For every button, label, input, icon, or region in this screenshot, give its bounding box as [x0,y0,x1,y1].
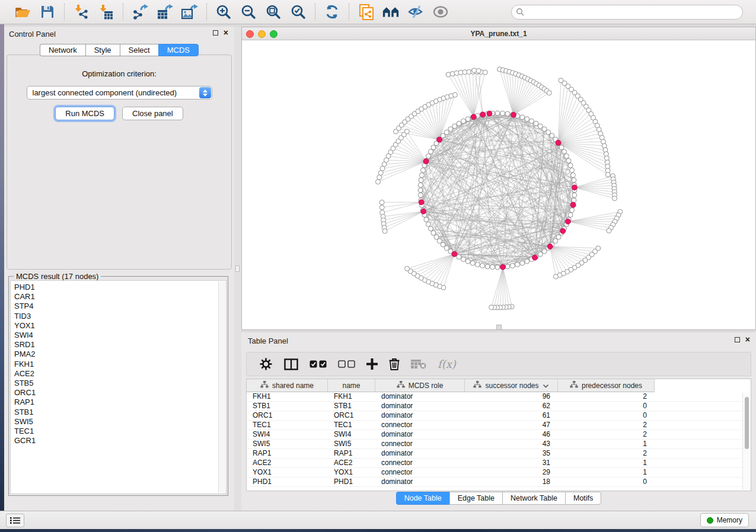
select-all-icon[interactable] [310,360,327,368]
window-maximize-icon[interactable] [270,30,277,38]
column-header-MCDS-role[interactable]: MCDS role [375,379,465,392]
import-table-icon[interactable] [98,4,114,20]
search-icon [516,8,525,17]
sort-chevron-icon[interactable] [543,382,549,390]
table-row[interactable]: ACE2ACE2connector311 [247,459,751,468]
tab-network-table[interactable]: Network Table [502,492,565,505]
column-header-predecessor-nodes[interactable]: predecessor nodes [558,379,655,392]
mcds-result-item[interactable]: ACE2 [14,369,226,379]
close-panel-button[interactable]: Close panel [122,107,183,120]
float-panel-icon[interactable] [213,30,218,36]
cell-shared_name: YOX1 [247,468,328,477]
table-row[interactable]: SWI4SWI4dominator462 [247,430,751,440]
tab-network[interactable]: Network [40,44,85,56]
mcds-result-item[interactable]: TEC1 [14,427,226,436]
cell-predecessors: 1 [558,440,655,448]
cell-role: dominator [375,402,465,411]
mcds-result-item[interactable]: SWI4 [14,331,226,340]
cell-name: RAP1 [328,449,375,458]
control-panel: Control Panel × NetworkStyleSelectMCDS O… [4,27,234,511]
window-minimize-icon[interactable] [258,30,266,38]
memory-button[interactable]: Memory [700,513,749,527]
tab-mcds[interactable]: MCDS [158,44,199,56]
hide-selected-icon[interactable] [407,4,424,20]
cell-successors: 46 [465,430,558,439]
mcds-result-item[interactable]: YOX1 [14,321,226,331]
first-neighbors-icon[interactable] [382,4,399,20]
panel-splitter[interactable] [234,27,241,511]
desktop-wallpaper-bottom [0,529,756,532]
zoom-fit-icon[interactable] [265,4,282,20]
refresh-layout-icon[interactable] [324,4,340,20]
optimization-criterion-select[interactable]: largest connected component (undirected) [27,86,212,100]
mcds-result-item[interactable]: CAR1 [14,292,226,302]
mcds-result-item[interactable]: STB5 [14,379,226,388]
table-row[interactable]: TEC1TEC1connector472 [247,421,751,430]
close-table-panel-icon[interactable]: × [745,336,750,343]
cell-name: TEC1 [328,421,375,430]
zoom-out-icon[interactable] [240,4,257,20]
delete-column-icon[interactable] [389,358,400,370]
table-row[interactable]: FKH1FKH1dominator962 [247,392,751,402]
open-file-icon[interactable] [14,4,31,20]
mcds-result-item[interactable]: STP4 [14,302,226,311]
window-close-icon[interactable] [246,30,254,38]
table-row[interactable]: SWI5SWI5connector431 [247,440,751,449]
search-input[interactable] [511,5,743,20]
zoom-in-icon[interactable] [215,4,232,20]
close-panel-icon[interactable]: × [224,30,228,36]
table-row[interactable]: YOX1YOX1connector291 [247,468,751,477]
network-view-canvas[interactable] [242,40,755,329]
mcds-result-group: MCDS result (17 nodes) PHD1CAR1STP4TID3Y… [8,276,228,496]
tab-style[interactable]: Style [85,44,120,56]
zoom-selected-icon[interactable] [290,4,307,20]
save-session-icon[interactable] [39,4,56,20]
tab-motifs[interactable]: Motifs [565,492,601,505]
function-builder-icon[interactable]: f(x) [438,358,456,370]
column-header-successor-nodes[interactable]: successor nodes [465,379,558,392]
table-row[interactable]: RAP1RAP1dominator352 [247,449,751,459]
export-image-icon[interactable] [181,4,198,20]
deselect-all-icon[interactable] [338,360,355,368]
tab-node-table[interactable]: Node Table [396,492,449,505]
table-row[interactable]: STB1STB1dominator620 [247,402,751,411]
cell-shared_name: STB1 [247,402,328,411]
mcds-result-item[interactable]: TID3 [14,312,226,321]
cell-successors: 96 [465,392,558,401]
run-mcds-button[interactable]: Run MCDS [55,107,114,120]
add-column-icon[interactable] [366,358,378,370]
table-panel-tabs: Node TableEdge TableNetwork TableMotifs [241,492,756,505]
mcds-result-item[interactable]: GCR1 [14,436,226,446]
mcds-result-item[interactable]: ORC1 [14,388,226,398]
mcds-result-item[interactable]: RAP1 [14,398,226,407]
export-network-icon[interactable] [132,4,148,20]
table-options-icon[interactable] [259,357,273,371]
mcds-result-item[interactable]: PHD1 [14,283,226,292]
splitter-handle[interactable] [235,265,240,272]
mcds-result-item[interactable]: STB1 [14,408,226,417]
column-layout-icon[interactable] [284,358,298,370]
mcds-result-item[interactable]: SRD1 [14,340,226,350]
table-row[interactable]: ORC1ORC1dominator610 [247,411,751,421]
task-history-button[interactable] [6,514,24,527]
delete-table-icon[interactable] [411,359,426,369]
cell-shared_name: ACE2 [247,459,328,467]
column-header-name[interactable]: name [328,379,375,392]
table-scrollbar[interactable] [742,393,750,490]
export-table-icon[interactable] [157,4,173,20]
show-all-icon[interactable] [432,4,449,20]
tab-select[interactable]: Select [120,44,158,56]
float-table-panel-icon[interactable] [735,337,740,342]
table-scrollbar-thumb[interactable] [745,397,749,449]
horizontal-splitter-handle[interactable] [496,325,502,330]
mcds-list-scrollbar[interactable] [218,281,225,493]
clone-network-icon[interactable] [358,4,374,20]
tab-edge-table[interactable]: Edge Table [449,492,502,505]
mcds-result-item[interactable]: SWI5 [14,417,226,427]
table-row[interactable]: PHD1PHD1dominator180 [247,477,751,487]
import-network-icon[interactable] [73,4,90,20]
mcds-result-item[interactable]: FKH1 [14,360,226,369]
mcds-result-item[interactable]: PMA2 [14,350,226,359]
column-header-shared-name[interactable]: shared name [247,379,328,392]
network-window-titlebar: YPA_prune.txt_1 [242,27,755,40]
